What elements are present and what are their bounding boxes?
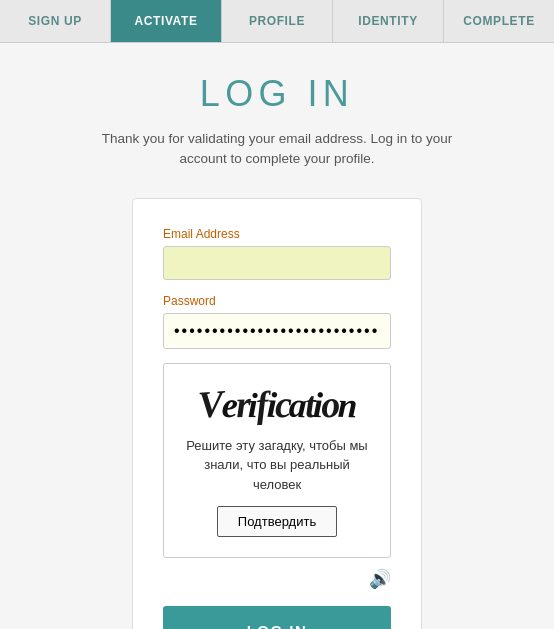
tab-profile[interactable]: PROFILE — [222, 0, 333, 42]
verification-title: Verification — [198, 384, 355, 424]
login-button[interactable]: LOG IN — [163, 606, 391, 629]
verify-button[interactable]: Подтвердить — [217, 506, 337, 537]
password-label: Password — [163, 294, 391, 308]
email-input[interactable] — [163, 246, 391, 280]
password-input[interactable] — [163, 313, 391, 349]
audio-row: 🔊 — [163, 568, 391, 590]
main-content: LOG IN Thank you for validating your ema… — [0, 43, 554, 629]
verification-box: Verification Решите эту загадку, чтобы м… — [163, 363, 391, 559]
tab-activate[interactable]: ACTIVATE — [111, 0, 222, 42]
verification-subtitle: Решите эту загадку, чтобы мы знали, что … — [180, 436, 374, 495]
password-field-group: Password — [163, 294, 391, 349]
email-label: Email Address — [163, 227, 391, 241]
tabs-container: SIGN UP ACTIVATE PROFILE IDENTITY COMPLE… — [0, 0, 554, 43]
page-title: LOG IN — [200, 73, 354, 115]
form-card: Email Address Password Verification Реши… — [132, 198, 422, 630]
audio-icon[interactable]: 🔊 — [369, 568, 391, 590]
tab-identity[interactable]: IDENTITY — [333, 0, 444, 42]
tab-complete[interactable]: COMPLETE — [444, 0, 554, 42]
page-subtitle: Thank you for validating your email addr… — [87, 129, 467, 170]
tab-sign-up[interactable]: SIGN UP — [0, 0, 111, 42]
email-field-group: Email Address — [163, 227, 391, 280]
